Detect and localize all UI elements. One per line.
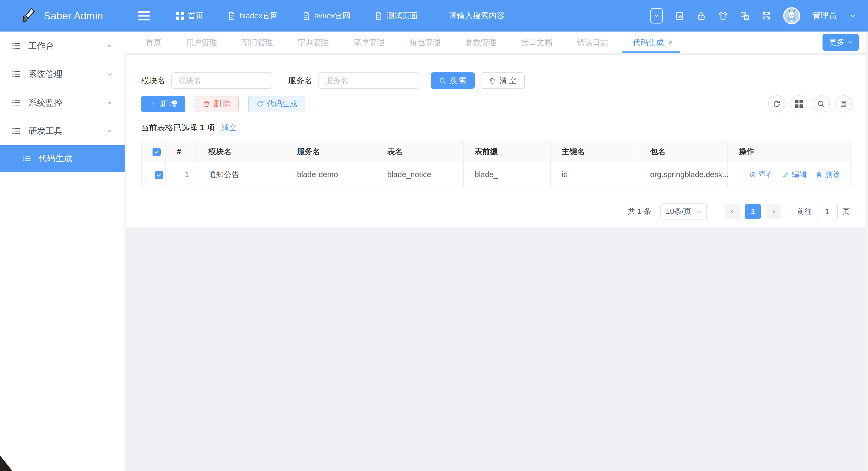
next-page-button[interactable] bbox=[766, 204, 781, 219]
close-icon[interactable]: × bbox=[669, 38, 673, 46]
sidebar-item-label: 研发工具 bbox=[28, 125, 63, 137]
sidebar-item-system-monitor[interactable]: 系统监控 bbox=[0, 88, 125, 117]
page-number-1[interactable]: 1 bbox=[745, 204, 761, 219]
view-icon bbox=[749, 171, 756, 178]
table-row: 1 通知公告 blade-demo blade_notice blade_ id… bbox=[142, 162, 851, 187]
more-button[interactable]: 更多 bbox=[823, 34, 859, 51]
col-actions: 操作 bbox=[727, 141, 851, 162]
top-nav-avuex[interactable]: avuex官网 bbox=[302, 10, 350, 21]
scrollbar[interactable] bbox=[865, 32, 868, 471]
sidebar-item-dev-tools[interactable]: 研发工具 bbox=[0, 117, 125, 145]
view-link[interactable]: 查看 bbox=[749, 169, 774, 180]
sidebar-item-workbench[interactable]: 工作台 bbox=[0, 32, 125, 60]
chevron-down-icon bbox=[106, 99, 113, 106]
lock-icon[interactable] bbox=[696, 11, 706, 21]
goto-page-input[interactable] bbox=[816, 204, 838, 219]
module-name-input[interactable] bbox=[172, 72, 272, 89]
translate-icon[interactable]: 中 A bbox=[740, 11, 750, 21]
tshirt-icon[interactable] bbox=[718, 11, 728, 21]
tab-api-docs[interactable]: 接口文档 bbox=[521, 32, 552, 53]
select-all-checkbox[interactable] bbox=[153, 148, 161, 156]
sidebar-item-label: 代码生成 bbox=[38, 153, 72, 164]
sidebar-item-code-generation[interactable]: 代码生成 bbox=[0, 145, 125, 171]
app-title: Saber Admin bbox=[44, 10, 103, 22]
filter-row: 模块名 服务名 搜 索 清 空 bbox=[141, 72, 852, 89]
page-size-select[interactable]: 10条/页 bbox=[660, 203, 707, 219]
chevron-up-icon bbox=[106, 127, 113, 135]
pagination: 共 1 条 10条/页 1 前往 页 bbox=[141, 203, 852, 219]
top-nav-label: 首页 bbox=[188, 10, 204, 21]
tab-user-management[interactable]: 用户管理 bbox=[186, 32, 217, 53]
tab-dictionary-management[interactable]: 字典管理 bbox=[298, 32, 329, 53]
tab-error-log[interactable]: 错误日志 bbox=[577, 32, 608, 53]
top-nav-bladex[interactable]: bladex官网 bbox=[227, 10, 278, 21]
global-search-input[interactable] bbox=[448, 11, 565, 21]
cell-index: 1 bbox=[166, 162, 197, 187]
add-button[interactable]: 新 增 bbox=[141, 96, 185, 112]
trash-icon bbox=[489, 77, 496, 84]
tab-menu-management[interactable]: 菜单管理 bbox=[353, 32, 384, 53]
top-nav: 首页 bladex官网 avuex官网 测试页面 bbox=[176, 10, 417, 21]
list-icon bbox=[11, 98, 21, 107]
list-icon bbox=[11, 126, 21, 136]
grid-view-icon[interactable] bbox=[790, 95, 807, 113]
search-button[interactable]: 搜 索 bbox=[431, 72, 475, 89]
clipboard-wrench-icon[interactable] bbox=[675, 11, 684, 21]
row-checkbox[interactable] bbox=[155, 171, 163, 179]
column-settings-icon[interactable] bbox=[835, 95, 852, 113]
top-bar: Saber Admin 首页 bladex官网 avuex官网 测试页面 bbox=[0, 0, 868, 32]
col-table-name: 表名 bbox=[376, 141, 463, 162]
selection-summary: 当前表格已选择 1 项 清空 bbox=[141, 122, 852, 133]
user-avatar[interactable] bbox=[783, 7, 800, 24]
tab-bar: 首页 用户管理 部门管理 字典管理 菜单管理 角色管理 参数管理 接口文档 错误… bbox=[125, 32, 868, 53]
sword-icon bbox=[22, 7, 38, 24]
grid-icon bbox=[176, 12, 184, 20]
magnifier-icon[interactable] bbox=[813, 95, 830, 113]
clear-button[interactable]: 清 空 bbox=[480, 72, 525, 89]
top-actions: 中 A 管理员 bbox=[650, 7, 857, 24]
content-area: 模块名 服务名 搜 索 清 空 新 增 bbox=[125, 53, 868, 471]
chevron-right-icon bbox=[770, 208, 777, 215]
list-icon bbox=[11, 41, 21, 51]
chevron-down-icon bbox=[847, 39, 854, 46]
chevron-down-icon bbox=[106, 70, 113, 78]
top-nav-test-page[interactable]: 测试页面 bbox=[374, 10, 417, 21]
menu-toggle-icon[interactable] bbox=[138, 11, 150, 21]
top-nav-label: avuex官网 bbox=[314, 10, 350, 21]
top-nav-home[interactable]: 首页 bbox=[176, 10, 204, 21]
sidebar-item-label: 工作台 bbox=[28, 40, 54, 52]
refresh-icon[interactable] bbox=[768, 95, 785, 113]
trash-icon bbox=[203, 100, 210, 107]
chevron-down-icon[interactable] bbox=[849, 12, 857, 20]
tab-role-management[interactable]: 角色管理 bbox=[409, 32, 440, 53]
top-bar-main: 首页 bladex官网 avuex官网 测试页面 bbox=[125, 0, 868, 32]
sidebar: 工作台 系统管理 系统监控 研发工具 代码生成 bbox=[0, 32, 125, 471]
collapse-dropdown-icon[interactable] bbox=[650, 8, 663, 24]
cell-package-name: org.springblade.desk... bbox=[639, 162, 727, 187]
pagination-total: 共 1 条 bbox=[628, 206, 651, 217]
document-icon bbox=[374, 11, 383, 20]
document-icon bbox=[227, 11, 236, 20]
code-generate-button[interactable]: 代码生成 bbox=[248, 96, 305, 112]
tab-parameter-management[interactable]: 参数管理 bbox=[465, 32, 496, 53]
delete-link[interactable]: 删除 bbox=[815, 169, 840, 180]
fullscreen-icon[interactable] bbox=[762, 11, 771, 21]
chevron-down-icon bbox=[106, 42, 113, 50]
tab-department-management[interactable]: 部门管理 bbox=[242, 32, 273, 53]
pencil-icon bbox=[782, 171, 789, 178]
tab-code-generation[interactable]: 代码生成 × bbox=[633, 32, 673, 53]
sidebar-item-system-management[interactable]: 系统管理 bbox=[0, 60, 125, 88]
delete-button[interactable]: 删 除 bbox=[195, 96, 239, 112]
tab-home[interactable]: 首页 bbox=[146, 32, 161, 53]
col-primary-key: 主键名 bbox=[551, 141, 639, 162]
chevron-down-icon bbox=[695, 208, 702, 215]
module-name-label: 模块名 bbox=[141, 75, 165, 86]
edit-link[interactable]: 编辑 bbox=[782, 169, 807, 180]
prev-page-button[interactable] bbox=[724, 204, 740, 219]
user-name[interactable]: 管理员 bbox=[812, 10, 837, 22]
sync-icon bbox=[256, 100, 264, 107]
col-module-name: 模块名 bbox=[197, 141, 286, 162]
service-name-input[interactable] bbox=[318, 72, 419, 89]
clear-selection-link[interactable]: 清空 bbox=[221, 123, 237, 133]
svg-text:A: A bbox=[745, 16, 748, 20]
